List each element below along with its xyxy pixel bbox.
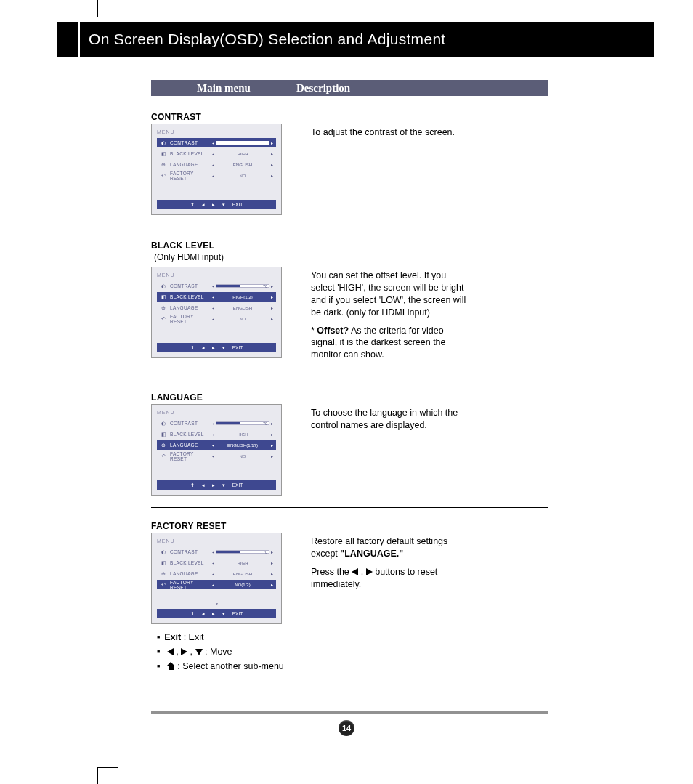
contrast-icon: ◐ <box>160 283 167 289</box>
osd-row-language: ⊕ LANGUAGE ◂ENGLISH(1/17)▸ <box>157 440 276 450</box>
page-title: On Screen Display(OSD) Selection and Adj… <box>89 31 446 48</box>
osd-row-factory-reset: ↶ FACTORY RESET ◂NO▸ <box>157 451 276 461</box>
triangle-down-icon <box>195 649 203 655</box>
section-title: BLACK LEVEL <box>151 241 548 251</box>
legend: Exit : Exit , , : Move : Select another … <box>157 630 548 674</box>
arrow-left-icon: ◂ <box>202 202 205 208</box>
arrow-right-icon: ▸ <box>271 549 273 554</box>
arrow-down-icon: ▾ <box>222 611 225 617</box>
triangle-right-icon <box>366 568 373 575</box>
osd-row-contrast: ◐ CONTRAST ◂70▸ <box>157 281 276 291</box>
section-title: LANGUAGE <box>151 392 548 403</box>
footer-rule <box>151 711 548 714</box>
osd-thumbnail: MENU ◐ CONTRAST ◂70▸ ◧ BLACK LEVEL ◂HIGH… <box>151 267 282 358</box>
home-icon: ⬆ <box>190 482 195 488</box>
osd-menu-label: MENU <box>157 272 276 278</box>
arrow-right-icon: ▸ <box>271 442 273 448</box>
arrow-left-icon: ◂ <box>202 611 205 617</box>
home-icon: ⬆ <box>190 202 195 208</box>
factory-reset-icon: ↶ <box>160 316 167 322</box>
contrast-icon: ◐ <box>160 421 167 427</box>
factory-reset-icon: ↶ <box>160 453 167 459</box>
black-level-icon: ◧ <box>160 294 167 300</box>
arrow-left-icon: ◂ <box>212 283 214 288</box>
home-icon <box>167 662 175 670</box>
arrow-right-icon: ▸ <box>271 571 273 576</box>
osd-menu-label: MENU <box>157 410 276 415</box>
legend-select: : Select another sub-menu <box>157 659 548 674</box>
page-number-badge: 14 <box>339 720 354 736</box>
crop-mark-top <box>97 0 98 17</box>
arrow-right-icon: ▸ <box>212 202 215 208</box>
osd-row-black-level: ◧ BLACK LEVEL ◂HIGH▸ <box>157 558 276 567</box>
content-area: Main menu Description CONTRAST MENU ◐ CO… <box>151 80 548 674</box>
osd-row-factory-reset: ↶ FACTORY RESET ◂NO▸ <box>157 171 276 180</box>
section-divider <box>151 379 548 379</box>
black-level-icon: ◧ <box>160 151 167 157</box>
header-divider <box>78 22 80 57</box>
triangle-right-icon <box>181 648 187 655</box>
crop-mark-bottom <box>97 768 98 784</box>
osd-row-contrast: ◐ CONTRAST ◂70▸ <box>157 547 276 557</box>
arrow-right-icon: ▸ <box>212 611 215 617</box>
arrow-right-icon: ▸ <box>271 294 273 299</box>
section-factory-reset: FACTORY RESET MENU ◐ CONTRAST ◂70▸ ◧ BLA… <box>151 521 548 674</box>
home-icon: ⬆ <box>190 611 195 617</box>
arrow-right-icon: ▸ <box>271 582 273 587</box>
osd-bottom-bar: ⬆ ◂ ▸ ▾ EXIT <box>157 480 276 490</box>
osd-row-factory-reset: ↶ FACTORY RESET ◂NO▸ <box>157 314 276 323</box>
header-band: On Screen Display(OSD) Selection and Adj… <box>57 22 654 57</box>
osd-row-black-level: ◧ BLACK LEVEL ◂HIGH▸ <box>157 149 276 158</box>
osd-thumbnail: MENU ◐ CONTRAST ◂70▸ ◧ BLACK LEVEL ◂HIGH… <box>151 533 282 624</box>
osd-tip-arrow: ▾ <box>152 601 281 606</box>
language-icon: ⊕ <box>160 442 167 448</box>
col-main-menu: Main menu <box>151 82 296 94</box>
arrow-down-icon: ▾ <box>222 345 225 351</box>
section-description: Restore all factory default settings exc… <box>311 533 471 597</box>
arrow-right-icon: ▸ <box>271 305 273 310</box>
section-title: CONTRAST <box>151 112 548 122</box>
arrow-right-icon: ▸ <box>271 173 273 178</box>
osd-thumbnail: MENU ◐ CONTRAST ◂70▸ ◧ BLACK LEVEL ◂HIGH… <box>151 404 282 496</box>
section-black-level: BLACK LEVEL (Only HDMI input) MENU ◐ CON… <box>151 241 548 379</box>
factory-reset-icon: ↶ <box>160 173 167 179</box>
triangle-left-icon <box>167 648 174 655</box>
osd-row-language: ⊕ LANGUAGE ◂ENGLISH▸ <box>157 160 276 169</box>
contrast-icon: ◐ <box>160 140 167 146</box>
osd-row-language: ⊕ LANGUAGE ◂ENGLISH▸ <box>157 569 276 578</box>
section-title: FACTORY RESET <box>151 521 548 531</box>
arrow-right-icon: ▸ <box>271 560 273 565</box>
osd-row-black-level: ◧ BLACK LEVEL ◂HIGH▸ <box>157 429 276 439</box>
black-level-icon: ◧ <box>160 432 167 437</box>
col-description: Description <box>296 82 456 94</box>
arrow-down-icon: ▾ <box>222 202 225 208</box>
osd-menu-label: MENU <box>157 129 276 134</box>
arrow-right-icon: ▸ <box>212 345 215 351</box>
osd-bottom-bar: ⬆ ◂ ▸ ▾ EXIT <box>157 609 276 618</box>
arrow-left-icon: ◂ <box>212 140 214 145</box>
arrow-left-icon: ◂ <box>202 345 205 351</box>
osd-row-contrast: ◐ CONTRAST ◂70▸ <box>157 419 276 428</box>
osd-menu-label: MENU <box>157 538 276 543</box>
factory-reset-icon: ↶ <box>160 582 167 588</box>
arrow-right-icon: ▸ <box>212 482 215 488</box>
language-icon: ⊕ <box>160 162 167 168</box>
arrow-right-icon: ▸ <box>271 151 273 156</box>
osd-row-black-level: ◧ BLACK LEVEL ◂HIGH(1/2)▸ <box>157 292 276 302</box>
arrow-left-icon: ◂ <box>212 421 214 426</box>
section-divider <box>151 507 548 508</box>
osd-row-contrast: ◐ CONTRAST ◂70▸ <box>157 138 276 147</box>
arrow-right-icon: ▸ <box>271 453 273 458</box>
contrast-icon: ◐ <box>160 549 167 555</box>
section-subtitle: (Only HDMI input) <box>151 252 548 262</box>
language-icon: ⊕ <box>160 571 167 577</box>
column-headers: Main menu Description <box>151 80 548 96</box>
section-description: You can set the offset level. If you sel… <box>311 267 471 367</box>
section-description: To adjust the contrast of the screen. <box>311 124 455 145</box>
osd-thumbnail: MENU ◐ CONTRAST ◂70▸ ◧ BLACK LEVEL ◂HIGH… <box>151 124 282 215</box>
section-description: To choose the language in which the cont… <box>311 404 471 437</box>
arrow-right-icon: ▸ <box>271 432 273 437</box>
osd-bottom-bar: ⬆ ◂ ▸ ▾ EXIT <box>157 200 276 209</box>
arrow-left-icon: ◂ <box>212 549 214 554</box>
arrow-right-icon: ▸ <box>271 316 273 321</box>
